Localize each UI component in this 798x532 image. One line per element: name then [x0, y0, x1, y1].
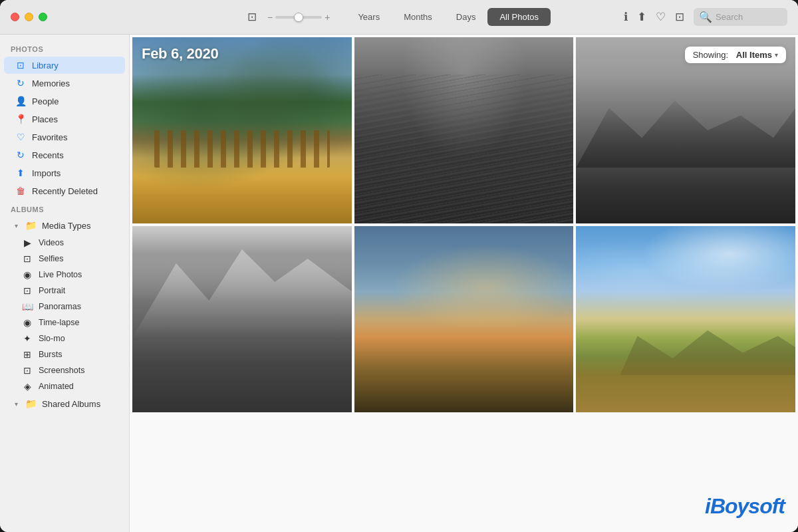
close-button[interactable]: [11, 13, 19, 21]
sidebar-item-label: People: [32, 96, 59, 106]
sidebar-item-label: Live Photos: [39, 270, 82, 279]
sidebar-item-label: Portrait: [39, 286, 65, 295]
sidebar-item-favorites[interactable]: ♡ Favorites: [4, 128, 125, 146]
sidebar-item-label: Videos: [39, 238, 64, 247]
photo-cell-3[interactable]: Showing: All Items ▾: [576, 37, 795, 223]
sidebar-item-slo-mo[interactable]: ✦ Slo-mo: [16, 331, 125, 346]
photo-2: [354, 37, 574, 223]
photo-date-label: Feb 6, 2020: [142, 45, 218, 63]
sidebar-item-recently-deleted[interactable]: 🗑 Recently Deleted: [4, 182, 125, 200]
tab-years[interactable]: Years: [346, 8, 392, 26]
sidebar-item-shared-albums[interactable]: ▾ 📁 Shared Albums: [4, 395, 125, 412]
view-toggle-icon[interactable]: ⊡: [247, 10, 257, 24]
photo-cell-6[interactable]: [576, 226, 795, 412]
sidebar-item-recents[interactable]: ↻ Recents: [4, 146, 125, 164]
sidebar-item-media-types[interactable]: ▾ 📁 Media Types: [4, 217, 125, 234]
sidebar-item-imports[interactable]: ⬆ Imports: [4, 164, 125, 182]
trash-icon: 🗑: [15, 186, 27, 196]
photo-grid: Feb 6, 2020 Showing: All Items ▾: [130, 35, 798, 415]
iboysoft-watermark: iBoysoft: [705, 494, 785, 519]
sidebar-item-places[interactable]: 📍 Places: [4, 110, 125, 128]
minimize-button[interactable]: [25, 13, 33, 21]
chevron-down-icon: ▾: [15, 222, 18, 229]
selfies-icon: ⊡: [21, 253, 33, 264]
sidebar-item-label: Recents: [32, 150, 64, 160]
photo-1: [132, 37, 352, 223]
crop-icon[interactable]: ⊡: [675, 10, 684, 24]
sidebar-item-animated[interactable]: ◈ Animated: [16, 378, 125, 394]
sidebar-item-portrait[interactable]: ⊡ Portrait: [16, 283, 125, 299]
slo-mo-icon: ✦: [21, 333, 33, 344]
showing-value: All Items: [736, 50, 772, 60]
favorites-icon: ♡: [15, 132, 27, 142]
panoramas-icon: 📖: [21, 301, 33, 312]
sidebar-item-label: Slo-mo: [39, 334, 65, 343]
sidebar-item-label: Places: [32, 114, 58, 124]
memories-icon: ↻: [15, 78, 27, 88]
chevron-down-icon: ▾: [775, 51, 778, 59]
photo-cell-2[interactable]: [354, 37, 574, 223]
media-types-list: ▶ Videos ⊡ Selfies ◉ Live Photos ⊡ Portr…: [7, 235, 129, 394]
share-icon[interactable]: ⬆: [637, 10, 646, 24]
sidebar-item-time-lapse[interactable]: ◉ Time-lapse: [16, 315, 125, 331]
showing-label: Showing:: [693, 50, 728, 60]
sidebar-item-selfies[interactable]: ⊡ Selfies: [16, 251, 125, 267]
sidebar-item-label: Animated: [39, 382, 74, 391]
sidebar-item-label: Memories: [32, 78, 70, 88]
titlebar-right: ℹ ⬆ ♡ ⊡ 🔍: [624, 8, 787, 26]
sidebar-item-people[interactable]: 👤 People: [4, 92, 125, 110]
photo-area: Feb 6, 2020 Showing: All Items ▾: [130, 35, 798, 532]
traffic-lights: [11, 13, 47, 21]
search-box[interactable]: 🔍: [694, 8, 787, 26]
sidebar-item-panoramas[interactable]: 📖 Panoramas: [16, 299, 125, 315]
sidebar-item-videos[interactable]: ▶ Videos: [16, 235, 125, 251]
portrait-icon: ⊡: [21, 285, 33, 296]
view-tabs: Years Months Days All Photos: [346, 8, 551, 26]
media-types-icon: 📁: [25, 220, 37, 231]
tab-days[interactable]: Days: [444, 8, 488, 26]
photo-3: [576, 37, 795, 223]
photos-section-label: Photos: [0, 40, 129, 56]
photo-cell-1[interactable]: Feb 6, 2020: [132, 37, 352, 223]
sidebar-item-label: Time-lapse: [39, 318, 79, 327]
sidebar-item-bursts[interactable]: ⊞ Bursts: [16, 346, 125, 362]
search-icon: 🔍: [699, 11, 712, 23]
showing-badge[interactable]: Showing: All Items ▾: [685, 47, 786, 63]
animated-icon: ◈: [21, 381, 33, 392]
sidebar-item-label: Library: [32, 61, 59, 70]
sidebar-item-label: Screenshots: [39, 366, 84, 375]
people-icon: 👤: [15, 96, 27, 106]
titlebar: ⊡ − + Years Months Days All Photos ℹ ⬆ ♡…: [0, 0, 798, 35]
slider-thumb: [294, 13, 303, 22]
screenshots-icon: ⊡: [21, 365, 33, 376]
photo-5: [354, 226, 574, 412]
sidebar-item-label: Panoramas: [39, 302, 81, 311]
slider-minus-icon: −: [267, 12, 273, 23]
sidebar-item-library[interactable]: ⊡ Library: [4, 57, 125, 74]
search-input[interactable]: [716, 12, 782, 22]
zoom-slider[interactable]: − +: [267, 12, 330, 23]
photo-cell-4[interactable]: [132, 226, 352, 412]
sidebar-item-label: Bursts: [39, 350, 62, 359]
sidebar-item-screenshots[interactable]: ⊡ Screenshots: [16, 362, 125, 378]
photo-cell-5[interactable]: [354, 226, 574, 412]
tab-all-photos[interactable]: All Photos: [487, 8, 551, 26]
app-window: ⊡ − + Years Months Days All Photos ℹ ⬆ ♡…: [0, 0, 798, 532]
time-lapse-icon: ◉: [21, 317, 33, 328]
heart-icon[interactable]: ♡: [656, 10, 666, 24]
live-photos-icon: ◉: [21, 269, 33, 280]
info-icon[interactable]: ℹ: [624, 10, 628, 24]
recents-icon: ↻: [15, 150, 27, 160]
sidebar-item-memories[interactable]: ↻ Memories: [4, 74, 125, 92]
tab-months[interactable]: Months: [392, 8, 444, 26]
sidebar-item-live-photos[interactable]: ◉ Live Photos: [16, 267, 125, 283]
maximize-button[interactable]: [39, 13, 47, 21]
sidebar-item-label: Favorites: [32, 132, 67, 142]
slider-track: [275, 16, 322, 19]
shared-albums-icon: 📁: [25, 398, 37, 409]
sidebar-item-label: Recently Deleted: [32, 186, 98, 196]
titlebar-center: ⊡ − + Years Months Days All Photos: [247, 8, 551, 26]
sidebar-item-label: Shared Albums: [42, 399, 100, 409]
albums-section-label: Albums: [0, 200, 129, 216]
photo-6: [576, 226, 795, 412]
